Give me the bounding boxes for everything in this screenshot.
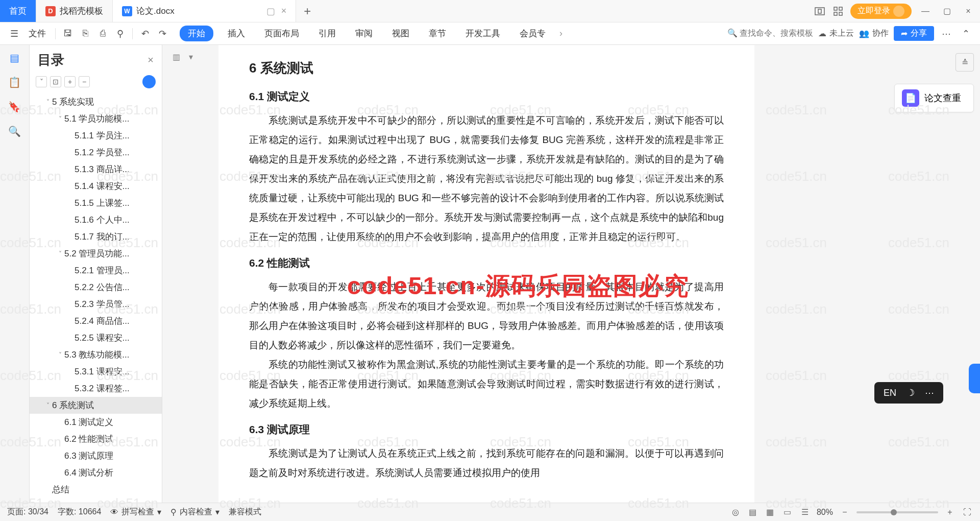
docer-icon: D [45, 6, 56, 16]
content-check[interactable]: ⚲ 内容检查 ▾ [170, 507, 219, 517]
outline-item[interactable]: 6.3 测试原理 [30, 447, 162, 464]
ribbon-tab-4[interactable]: 审阅 [350, 26, 378, 41]
compat-mode[interactable]: 兼容模式 [229, 507, 261, 517]
plagiarism-check-button[interactable]: 📄 论文查重 [894, 84, 974, 112]
outline-item[interactable]: 5.2.2 公告信... [30, 279, 162, 296]
ribbon-tab-6[interactable]: 章节 [424, 26, 451, 41]
save-icon[interactable]: 🖫 [61, 27, 75, 41]
heading-6-1: 6.1 测试定义 [249, 89, 724, 104]
outline-item[interactable]: ˅5.1 学员功能模... [30, 110, 162, 127]
file-menu[interactable]: 文件 [24, 27, 50, 40]
view-print-icon[interactable]: ▤ [747, 507, 758, 518]
preview-icon[interactable]: ⚲ [113, 27, 127, 41]
ai-assist-icon[interactable] [142, 75, 156, 88]
tab-template[interactable]: D 找稻壳模板 [36, 0, 113, 22]
outline-item[interactable]: 6.1 测试定义 [30, 414, 162, 431]
center-watermark: code51.cn-源码乐园盗图必究 [347, 270, 690, 302]
outline-rail-icon[interactable]: ▤ [7, 50, 22, 65]
tab-close-icon[interactable]: × [281, 6, 287, 16]
new-tab-button[interactable]: + [296, 0, 318, 22]
outline-item[interactable]: 5.3.2 课程签... [30, 380, 162, 397]
window-minimize[interactable]: — [918, 4, 933, 19]
svg-rect-1 [818, 9, 821, 13]
zoom-in-icon[interactable]: + [944, 507, 955, 518]
outline-tree: ˅5 系统实现˅5.1 学员功能模...5.1.1 学员注...5.1.2 学员… [30, 93, 162, 503]
save-as-icon[interactable]: ⎘ [78, 27, 92, 41]
page-indicator[interactable]: 页面: 30/34 [7, 507, 48, 517]
heading-6-2: 6.2 性能测试 [249, 256, 724, 270]
view-focus-icon[interactable]: ◎ [730, 507, 741, 518]
outline-item[interactable]: 5.1.2 学员登... [30, 144, 162, 161]
tab-popout-icon[interactable]: ▢ [266, 6, 275, 17]
outline-item[interactable]: 5.1.6 个人中... [30, 211, 162, 228]
hamburger-icon[interactable]: ☰ [7, 27, 21, 41]
tab-home[interactable]: 首页 [0, 0, 36, 22]
outline-item[interactable]: 5.2.3 学员管... [30, 296, 162, 313]
ribbon-more-icon[interactable]: › [554, 27, 568, 41]
outline-item[interactable]: 5.1.4 课程安... [30, 178, 162, 195]
svg-rect-3 [839, 7, 842, 10]
window-close[interactable]: × [961, 4, 976, 19]
tab-document[interactable]: W 论文.docx ▢ × [113, 0, 296, 22]
outline-item[interactable]: 5.2.5 课程安... [30, 329, 162, 346]
ribbon-tab-2[interactable]: 页面布局 [259, 26, 304, 41]
remove-item-icon[interactable]: − [79, 76, 90, 87]
outline-item[interactable]: ˅5.2 管理员功能... [30, 245, 162, 262]
outline-item[interactable]: 5.1.7 我的订... [30, 228, 162, 245]
zoom-slider[interactable] [856, 511, 938, 513]
clipboard-rail-icon[interactable]: 📋 [7, 75, 22, 90]
ribbon-collapse-icon[interactable]: ⋯ [939, 27, 953, 41]
collapse-all-icon[interactable]: ˅ [36, 76, 47, 87]
outline-item[interactable]: 6.2 性能测试 [30, 431, 162, 447]
print-icon[interactable]: ⎙ [95, 27, 110, 41]
outline-item[interactable]: 5.1.5 上课签... [30, 195, 162, 211]
expand-tree-icon[interactable]: ⊡ [50, 76, 61, 87]
window-maximize[interactable]: ▢ [939, 4, 954, 19]
spell-check[interactable]: 👁 拼写检查 ▾ [110, 507, 161, 517]
apps-icon[interactable] [832, 5, 844, 17]
ribbon-tab-3[interactable]: 引用 [313, 26, 341, 41]
outline-item[interactable]: 6.4 测试分析 [30, 464, 162, 481]
search-rail-icon[interactable]: 🔍 [7, 124, 22, 139]
left-rail: ▤ 📋 🔖 🔍 [0, 45, 30, 503]
fullscreen-icon[interactable]: ⛶ [962, 507, 973, 518]
fold-panel-icon[interactable]: ≙ [955, 53, 974, 72]
cloud-status[interactable]: ☁ 未上云 [818, 28, 854, 39]
outline-item[interactable]: 5.1.1 学员注... [30, 127, 162, 144]
share-button[interactable]: ➦ 分享 [894, 26, 934, 41]
ribbon-up-icon[interactable]: ⌃ [959, 27, 973, 41]
outline-item[interactable]: ˅5 系统实现 [30, 93, 162, 110]
redo-icon[interactable]: ↷ [155, 27, 169, 41]
outline-item[interactable]: 5.2.1 管理员... [30, 262, 162, 279]
ribbon-tab-1[interactable]: 插入 [223, 26, 250, 41]
collab-button[interactable]: 👥 协作 [859, 28, 889, 39]
zoom-out-icon[interactable]: − [839, 507, 850, 518]
outline-item[interactable]: ˅5.3 教练功能模... [30, 346, 162, 363]
outline-item[interactable]: 5.1.3 商品详... [30, 161, 162, 178]
outline-item[interactable]: 5.3.1 课程安... [30, 363, 162, 380]
word-count[interactable]: 字数: 10664 [58, 507, 101, 517]
right-edge-handle[interactable] [969, 364, 980, 393]
ribbon-tab-8[interactable]: 会员专 [514, 26, 551, 41]
command-search[interactable]: 🔍 查找命令、搜索模板 [727, 28, 813, 39]
page-doc-icon[interactable]: ▥ [173, 52, 185, 64]
undo-icon[interactable]: ↶ [138, 27, 152, 41]
page-down-icon[interactable]: ▾ [189, 52, 201, 64]
view-outline-icon[interactable]: ☰ [799, 507, 811, 518]
outline-item[interactable]: 总结 [30, 481, 162, 498]
ribbon-tab-0[interactable]: 开始 [180, 26, 213, 41]
ribbon-tab-5[interactable]: 视图 [387, 26, 414, 41]
ime-more-icon: ⋯ [925, 387, 934, 398]
view-read-icon[interactable]: ▭ [782, 507, 793, 518]
outline-item[interactable]: 5.2.4 商品信... [30, 313, 162, 329]
view-web-icon[interactable]: ▦ [765, 507, 776, 518]
add-item-icon[interactable]: + [64, 76, 76, 87]
ribbon-tab-7[interactable]: 开发工具 [460, 26, 505, 41]
outline-close-icon[interactable]: × [148, 54, 154, 66]
outline-item[interactable]: ˅6 系统测试 [30, 397, 162, 414]
layout-icon[interactable] [814, 5, 826, 17]
login-button[interactable]: 立即登录 [850, 4, 912, 19]
zoom-value[interactable]: 80% [817, 508, 833, 517]
ime-indicator[interactable]: EN☽⋯ [874, 382, 943, 404]
bookmark-rail-icon[interactable]: 🔖 [7, 99, 22, 114]
